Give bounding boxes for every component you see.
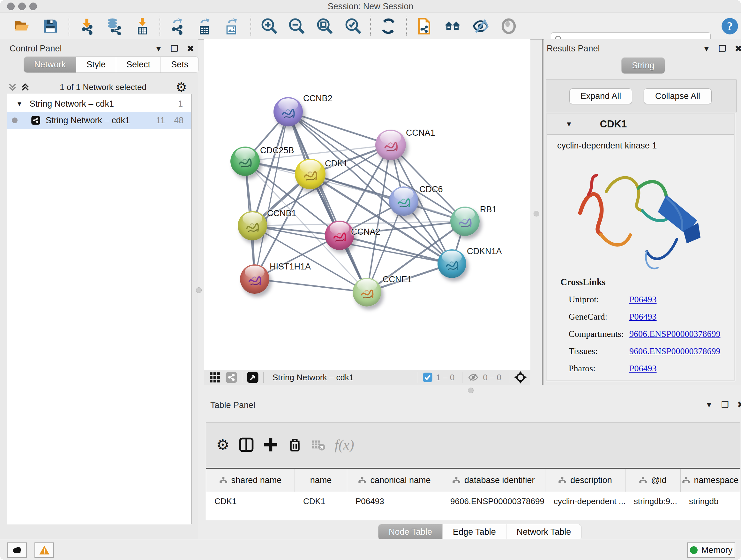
table-cell: stringdb:9...	[625, 492, 681, 510]
apply-layout-button[interactable]	[379, 17, 398, 36]
table-cell: 9606.ENSP00000378699	[442, 492, 545, 510]
network-node-cdc6[interactable]	[389, 186, 418, 216]
tab-node-table[interactable]: Node Table	[379, 524, 443, 540]
right-splitter[interactable]	[542, 39, 543, 396]
hide-graphics-details-button[interactable]	[471, 17, 490, 36]
tab-style[interactable]: Style	[76, 57, 116, 72]
right-splitter-handle[interactable]	[534, 211, 539, 216]
expand-all-button[interactable]: Expand All	[569, 88, 632, 104]
delete-table-button[interactable]	[308, 435, 328, 455]
crosslink-value[interactable]: 9606.ENSP00000378699	[629, 346, 720, 363]
float-panel-icon[interactable]: ❐	[719, 45, 726, 53]
gene-section-header[interactable]: ▼ CDK1	[547, 114, 734, 135]
collapse-all-tree-icon[interactable]	[7, 82, 18, 92]
pan-crosshair-icon[interactable]	[514, 371, 527, 384]
network-node-ccna2[interactable]	[325, 221, 354, 250]
float-panel-icon[interactable]: ❐	[721, 401, 729, 409]
column-header-namespace[interactable]: namespace	[681, 469, 740, 492]
birdseye-view-icon[interactable]	[247, 371, 259, 383]
network-label: String Network – cdk1	[46, 116, 130, 125]
section-caret-icon[interactable]: ▼	[565, 120, 572, 128]
crosslink-value[interactable]: P06493	[629, 363, 657, 381]
selected-checkbox-icon[interactable]	[422, 372, 433, 382]
export-table-button[interactable]	[195, 17, 213, 36]
help-button[interactable]: ?	[721, 17, 739, 36]
zoom-out-button[interactable]	[287, 17, 306, 36]
panel-menu-caret-icon[interactable]: ▼	[705, 401, 713, 409]
tab-sets[interactable]: Sets	[161, 57, 199, 72]
zoom-fit-button[interactable]	[316, 17, 334, 36]
export-network-button[interactable]	[167, 17, 186, 36]
close-panel-icon[interactable]: ✖	[737, 400, 741, 409]
tab-network-table[interactable]: Network Table	[507, 524, 582, 540]
import-network-from-file-button[interactable]	[77, 17, 96, 36]
warnings-button[interactable]	[35, 543, 54, 558]
network-node-label: CDC25B	[260, 145, 294, 155]
cloud-status-button[interactable]	[7, 543, 27, 558]
panel-menu-caret-icon[interactable]: ▼	[703, 45, 711, 53]
import-network-from-database-button[interactable]	[105, 17, 123, 36]
zoom-out-icon	[287, 17, 306, 36]
delete-column-button[interactable]	[285, 435, 305, 455]
float-panel-icon[interactable]: ❐	[171, 45, 179, 53]
table-options-button[interactable]: ⚙	[213, 435, 232, 455]
document-share-icon	[415, 17, 433, 35]
hidden-eye-slash-icon	[467, 372, 480, 383]
show-columns-button[interactable]	[237, 435, 256, 455]
network-node-cdkn1a[interactable]	[437, 249, 466, 278]
function-builder-button[interactable]: f(x)	[334, 435, 354, 455]
column-header-name[interactable]: name	[295, 469, 347, 492]
panel-menu-caret-icon[interactable]: ▼	[155, 45, 162, 53]
network-node-ccnb2[interactable]	[273, 97, 303, 126]
save-session-button[interactable]	[41, 17, 60, 36]
left-splitter-handle[interactable]	[196, 287, 202, 293]
database-icon	[105, 17, 123, 35]
network-node-label: HIST1H1A	[270, 262, 311, 272]
tab-network[interactable]: Network	[24, 57, 76, 72]
network-node-ccna1[interactable]	[375, 130, 406, 160]
tree-caret-icon[interactable]: ▼	[16, 100, 23, 108]
tab-string[interactable]: String	[622, 58, 665, 73]
network-from-selection-button[interactable]	[415, 17, 433, 36]
network-node-cdk1[interactable]	[295, 159, 326, 189]
open-session-button[interactable]	[13, 17, 31, 36]
horizontal-splitter-handle[interactable]	[468, 388, 474, 393]
control-panel: Control Panel ▼ ❐ ✖ Network Style Select…	[0, 39, 198, 539]
network-node-hist1h1a[interactable]	[240, 264, 269, 294]
grid-view-icon[interactable]	[209, 371, 221, 383]
column-header-shared-name[interactable]: shared name	[206, 469, 295, 492]
zoom-in-button[interactable]	[260, 17, 279, 36]
close-panel-icon[interactable]: ✖	[735, 44, 741, 53]
column-header--id[interactable]: @id	[625, 469, 681, 492]
network-node-cdc25b[interactable]	[230, 146, 260, 176]
export-image-button[interactable]	[222, 17, 241, 36]
table-row[interactable]: CDK1CDK1P064939606.ENSP00000378699cyclin…	[206, 492, 740, 510]
close-panel-icon[interactable]: ✖	[187, 44, 194, 53]
column-header-database-identifier[interactable]: database identifier	[442, 469, 545, 492]
column-header-canonical-name[interactable]: canonical name	[347, 469, 442, 492]
network-collection-row[interactable]: ▼ String Network – cdk1 1	[7, 96, 191, 112]
network-row[interactable]: String Network – cdk1 11 48	[7, 112, 191, 129]
network-node-ccnb1[interactable]	[238, 211, 267, 240]
column-header-description[interactable]: description	[545, 469, 625, 492]
collapse-all-button[interactable]: Collapse All	[644, 88, 712, 104]
crosslink-value[interactable]: P06493	[629, 312, 657, 329]
show-graphics-details-button[interactable]	[499, 17, 518, 36]
expand-all-tree-icon[interactable]	[20, 82, 30, 92]
memory-button[interactable]: Memory	[687, 543, 735, 558]
crosslink-label: Compartments:	[560, 329, 629, 346]
houses-button[interactable]	[443, 17, 462, 36]
network-view-canvas[interactable]: CCNB2 CCNA1 CDC25B CDK1 CDC6 RB1 CCNB1 C…	[204, 39, 530, 370]
import-table-button[interactable]	[133, 17, 151, 36]
tab-select[interactable]: Select	[116, 57, 161, 72]
network-node-ccne1[interactable]	[353, 278, 381, 307]
network-node-rb1[interactable]	[450, 206, 480, 236]
zoom-selected-button[interactable]	[344, 17, 362, 36]
network-options-gear-icon[interactable]: ⚙	[176, 81, 187, 94]
add-column-button[interactable]	[261, 435, 280, 455]
tab-edge-table[interactable]: Edge Table	[443, 524, 507, 540]
network-view-share-icon[interactable]	[225, 371, 238, 383]
crosslink-value[interactable]: P06493	[629, 294, 657, 312]
crosslink-value[interactable]: 9606.ENSP00000378699	[629, 329, 720, 346]
column-type-icon	[358, 476, 366, 484]
